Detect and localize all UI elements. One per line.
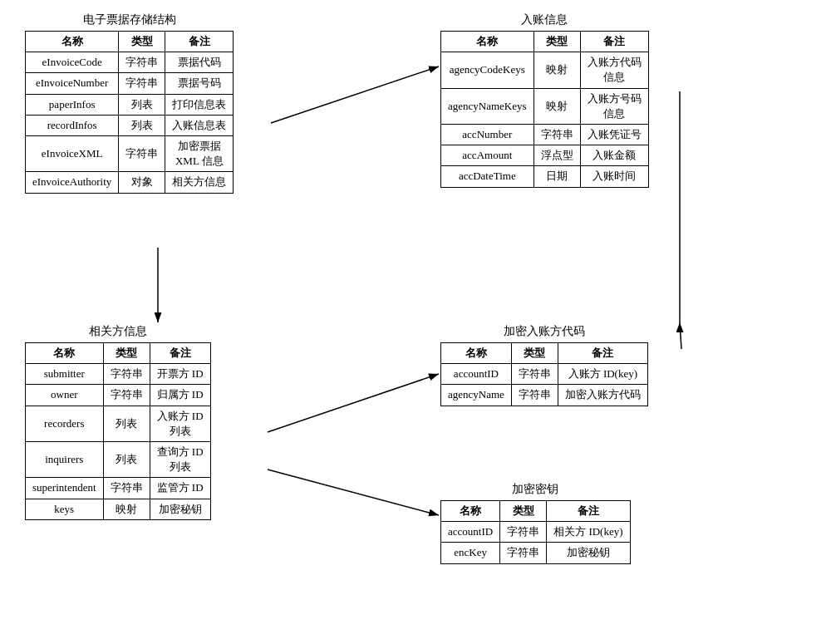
col-note-3: 备注 <box>150 343 210 364</box>
table-row: agencyCodeKeys 映射 入账方代码信息 <box>441 52 649 88</box>
col-type-3: 类型 <box>103 343 150 364</box>
col-type-1: 类型 <box>119 32 165 52</box>
table-row: accountID 字符串 入账方 ID(key) <box>441 364 648 385</box>
col-type-2: 类型 <box>534 32 580 52</box>
encrypted-agency-title: 加密入账方代码 <box>440 324 648 339</box>
diagram-container: 电子票据存储结构 名称 类型 备注 eInvoiceCode 字符串 票据代码 … <box>0 0 831 644</box>
table-row: eInvoiceAuthority 对象 相关方信息 <box>26 172 234 193</box>
col-name-4: 名称 <box>441 343 512 364</box>
table-row: accountID 字符串 相关方 ID(key) <box>441 522 631 543</box>
einvoice-store-table: 名称 类型 备注 eInvoiceCode 字符串 票据代码 eInvoiceN… <box>25 31 234 194</box>
related-party-title: 相关方信息 <box>25 324 211 339</box>
col-name-1: 名称 <box>26 32 119 52</box>
col-type-5: 类型 <box>500 501 547 522</box>
table-row: submitter 字符串 开票方 ID <box>26 364 211 385</box>
table-row: owner 字符串 归属方 ID <box>26 385 211 406</box>
svg-line-2 <box>680 322 681 349</box>
related-party-block: 相关方信息 名称 类型 备注 submitter 字符串 开票方 ID owne… <box>25 324 211 520</box>
table-row: recorders 列表 入账方 ID列表 <box>26 406 211 441</box>
col-type-4: 类型 <box>511 343 558 364</box>
table-row: accNumber 字符串 入账凭证号 <box>441 124 649 145</box>
einvoice-store-block: 电子票据存储结构 名称 类型 备注 eInvoiceCode 字符串 票据代码 … <box>25 12 234 194</box>
table-row: eInvoiceNumber 字符串 票据号码 <box>26 73 234 94</box>
entry-info-title: 入账信息 <box>440 12 649 27</box>
related-party-table: 名称 类型 备注 submitter 字符串 开票方 ID owner 字符串 … <box>25 342 211 520</box>
encrypted-key-table: 名称 类型 备注 accountID 字符串 相关方 ID(key) encKe… <box>440 500 631 564</box>
table-row: paperInfos 列表 打印信息表 <box>26 94 234 115</box>
table-row: keys 映射 加密秘钥 <box>26 499 211 519</box>
encrypted-key-block: 加密密钥 名称 类型 备注 accountID 字符串 相关方 ID(key) … <box>440 482 631 564</box>
col-note-2: 备注 <box>580 32 648 52</box>
encrypted-key-title: 加密密钥 <box>440 482 631 497</box>
table-row: superintendent 字符串 监管方 ID <box>26 478 211 499</box>
entry-info-table: 名称 类型 备注 agencyCodeKeys 映射 入账方代码信息 agenc… <box>440 31 649 188</box>
arrow-recordinfos-entryinfo <box>271 66 439 123</box>
table-row: eInvoiceXML 字符串 加密票据XML 信息 <box>26 135 234 171</box>
table-row: recordInfos 列表 入账信息表 <box>26 115 234 135</box>
entry-info-block: 入账信息 名称 类型 备注 agencyCodeKeys 映射 入账方代码信息 … <box>440 12 649 188</box>
col-note-4: 备注 <box>558 343 647 364</box>
col-name-2: 名称 <box>441 32 534 52</box>
table-row: agencyNameKeys 映射 入账方号码信息 <box>441 88 649 124</box>
col-name-5: 名称 <box>441 501 500 522</box>
col-name-3: 名称 <box>26 343 104 364</box>
col-note-5: 备注 <box>547 501 630 522</box>
arrow-recorders-agency <box>268 374 439 432</box>
table-row: accDateTime 日期 入账时间 <box>441 166 649 187</box>
table-row: eInvoiceCode 字符串 票据代码 <box>26 52 234 73</box>
einvoice-store-title: 电子票据存储结构 <box>25 12 234 27</box>
col-note-1: 备注 <box>165 32 234 52</box>
table-row: accAmount 浮点型 入账金额 <box>441 145 649 166</box>
table-row: agencyName 字符串 加密入账方代码 <box>441 385 648 406</box>
arrow-inquirers-key <box>268 469 439 515</box>
encrypted-agency-table: 名称 类型 备注 accountID 字符串 入账方 ID(key) agenc… <box>440 342 648 406</box>
table-row: inquirers 列表 查询方 ID列表 <box>26 441 211 477</box>
table-row: encKey 字符串 加密秘钥 <box>441 543 631 563</box>
encrypted-agency-block: 加密入账方代码 名称 类型 备注 accountID 字符串 入账方 ID(ke… <box>440 324 648 406</box>
